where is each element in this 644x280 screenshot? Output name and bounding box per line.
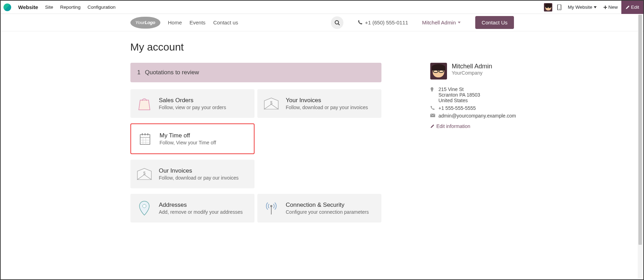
pencil-icon <box>430 124 434 128</box>
addr-line1: 215 Vine St <box>439 86 480 92</box>
nav-events[interactable]: Events <box>190 20 206 25</box>
alert-count: 1 <box>137 69 141 76</box>
card-sales-orders[interactable]: Sales Orders Follow, view or pay your or… <box>130 89 255 118</box>
addr-line3: United States <box>439 98 480 103</box>
header-phone-text: +1 (650) 555-0111 <box>365 20 408 25</box>
card-connection-security[interactable]: Connection & Security Configure your con… <box>257 194 381 222</box>
pencil-icon <box>626 5 630 9</box>
svg-point-15 <box>143 204 146 208</box>
admin-menu-site[interactable]: Site <box>41 5 56 10</box>
card-title: Sales Orders <box>159 97 226 104</box>
mobile-icon[interactable] <box>554 5 564 10</box>
card-title: Addresses <box>159 202 243 209</box>
svg-point-1 <box>559 9 560 9</box>
phone-row: +1 555-555-5555 <box>430 105 516 111</box>
contact-name: Mitchell Admin <box>452 63 492 70</box>
card-title: Connection & Security <box>286 202 369 209</box>
search-icon <box>334 20 340 25</box>
card-sub: Follow, View your Time off <box>160 140 216 145</box>
plus-icon <box>604 6 607 9</box>
admin-menu-reporting[interactable]: Reporting <box>57 5 84 10</box>
card-sub: Configure your connection parameters <box>286 209 369 215</box>
alert-quotations[interactable]: 1 Quotations to review <box>130 63 381 82</box>
card-our-invoices[interactable]: $ Our Invoices Follow, download or pay o… <box>130 160 255 188</box>
nav-home[interactable]: Home <box>168 20 182 25</box>
contact-company: YourCompany <box>452 70 492 76</box>
side-column: Mitchell Admin YourCompany 215 Vine St S… <box>395 63 516 222</box>
antenna-icon <box>263 200 280 217</box>
email-row: admin@yourcompany.example.com <box>430 113 516 119</box>
phone-text: +1 555-555-5555 <box>439 105 476 111</box>
search-button[interactable] <box>331 16 343 29</box>
invoice-icon: $ <box>136 166 153 182</box>
page: My account 1 Quotations to review Sales … <box>130 31 514 222</box>
new-button[interactable]: New <box>600 5 621 10</box>
card-title: Your Invoices <box>286 97 368 104</box>
admin-menu-configuration[interactable]: Configuration <box>84 5 119 10</box>
caret-down-icon <box>458 22 461 23</box>
my-website-label: My Website <box>568 5 592 10</box>
edit-info-label: Edit information <box>437 123 470 129</box>
phone-icon <box>357 20 362 25</box>
edit-label: Edit <box>631 5 639 10</box>
svg-rect-5 <box>140 135 150 144</box>
new-label: New <box>608 5 618 10</box>
main-column: 1 Quotations to review Sales Orders Foll… <box>130 63 381 222</box>
pin-icon <box>136 200 153 217</box>
invoice-icon: $ <box>263 95 280 112</box>
svg-text:$: $ <box>143 171 145 176</box>
card-sub: Follow, download or pay your invoices <box>286 105 368 110</box>
shopping-bag-icon <box>136 95 153 112</box>
card-title: Our Invoices <box>159 167 239 174</box>
contact-us-button[interactable]: Contact Us <box>475 16 514 29</box>
admin-bar: Website Site Reporting Configuration My … <box>1 1 643 14</box>
addr-line2: Scranton PA 18503 <box>439 92 480 98</box>
page-title: My account <box>130 41 514 53</box>
envelope-icon <box>430 113 435 117</box>
edit-button[interactable]: Edit <box>621 1 643 14</box>
user-name: Mitchell Admin <box>422 20 456 25</box>
contact-card: Mitchell Admin YourCompany <box>430 63 516 80</box>
svg-text:$: $ <box>270 100 272 105</box>
card-sub: Follow, view or pay your orders <box>159 105 226 110</box>
alert-text: Quotations to review <box>145 69 199 76</box>
my-website-dropdown[interactable]: My Website <box>564 5 600 10</box>
nav-contactus[interactable]: Contact us <box>213 20 238 25</box>
card-sub: Add, remove or modify your addresses <box>159 209 243 215</box>
caret-down-icon <box>594 6 597 8</box>
site-logo[interactable]: YourLogo <box>130 17 160 29</box>
user-dropdown[interactable]: Mitchell Admin <box>422 20 461 25</box>
svg-point-2 <box>335 21 339 24</box>
email-text: admin@yourcompany.example.com <box>439 113 516 119</box>
card-sub: Follow, download or pay our invoices <box>159 175 239 181</box>
site-header: YourLogo Home Events Contact us +1 (650)… <box>1 14 643 31</box>
svg-line-3 <box>338 24 340 25</box>
admin-brand[interactable]: Website <box>15 4 41 10</box>
phone-icon <box>430 105 435 110</box>
scrollbar-thumb[interactable] <box>638 15 642 245</box>
card-addresses[interactable]: Addresses Add, remove or modify your add… <box>130 194 255 222</box>
card-my-time-off[interactable]: My Time off Follow, View your Time off <box>130 123 255 154</box>
card-your-invoices[interactable]: $ Your Invoices Follow, download or pay … <box>257 89 381 118</box>
edit-information-link[interactable]: Edit information <box>430 123 516 129</box>
card-title: My Time off <box>160 132 216 139</box>
header-phone: +1 (650) 555-0111 <box>357 20 408 25</box>
address-row: 215 Vine St Scranton PA 18503 United Sta… <box>430 86 516 103</box>
app-icon <box>3 3 11 11</box>
calendar-icon <box>137 130 153 147</box>
map-marker-icon <box>430 86 435 92</box>
scrollbar[interactable] <box>638 15 643 279</box>
admin-avatar[interactable] <box>544 3 552 12</box>
avatar <box>430 63 447 80</box>
